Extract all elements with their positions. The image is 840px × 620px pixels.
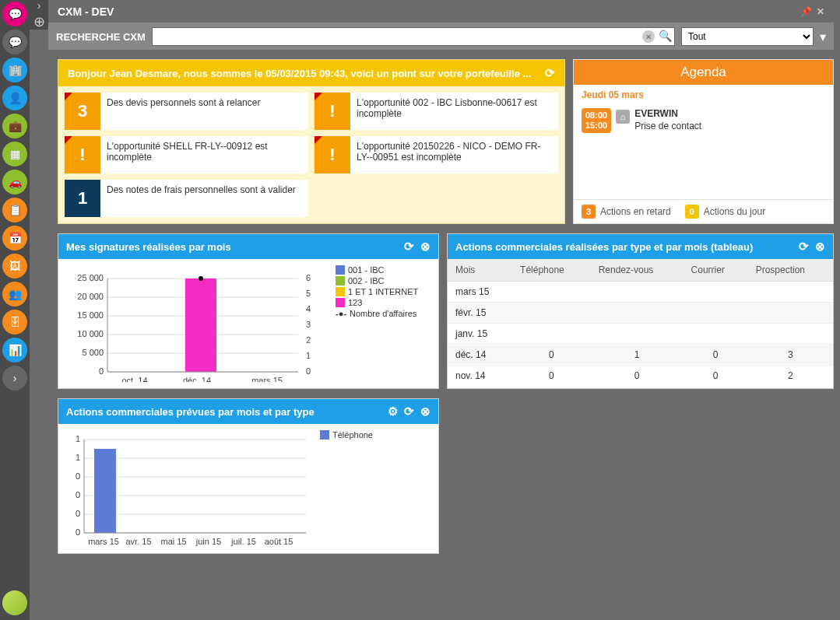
legend-item: -●-Nombre d'affaires bbox=[336, 309, 432, 318]
sidebar-comment-icon[interactable]: 💬 bbox=[2, 30, 27, 54]
refresh-icon[interactable]: ⟳ bbox=[799, 240, 809, 254]
table-header[interactable]: Courrier bbox=[684, 259, 748, 282]
chart-planned-panel: Actions commerciales prévues par mois et… bbox=[58, 398, 439, 554]
chart1-y2: 654 3210 bbox=[306, 265, 329, 382]
filter-icon[interactable]: ▾ bbox=[820, 30, 826, 44]
table-row[interactable]: févr. 15 bbox=[448, 303, 833, 324]
sidebar-more-icon[interactable]: › bbox=[2, 366, 27, 391]
alert-tile[interactable]: 3Des devis personnels sont à relancer bbox=[65, 93, 308, 130]
chart3-title: Actions commerciales prévues par mois et… bbox=[66, 406, 315, 418]
chart1-legend: 001 - IBC002 - IBC1 ET 1 INTERNET123-●-N… bbox=[329, 265, 432, 382]
table-actions-panel: Actions commerciales réalisées par type … bbox=[447, 233, 834, 389]
clear-icon[interactable]: ✕ bbox=[642, 30, 655, 43]
agenda-title: Agenda bbox=[574, 60, 833, 85]
close-icon[interactable]: ⊗ bbox=[420, 405, 431, 419]
search-input-wrap: ✕ 🔍 bbox=[152, 27, 675, 46]
config-icon[interactable]: ⚙ bbox=[388, 405, 398, 419]
close-icon[interactable]: ⊗ bbox=[815, 240, 825, 254]
tile-text: Des notes de frais personnelles sont à v… bbox=[100, 180, 308, 217]
sidebar-chat-icon[interactable]: 💬 bbox=[2, 2, 27, 26]
svg-text:0: 0 bbox=[76, 509, 80, 518]
svg-text:oct. 14: oct. 14 bbox=[121, 376, 147, 382]
table-row[interactable]: janv. 15 bbox=[448, 324, 833, 345]
tile-text: L'opportunité 20150226 - NICO - DEMO FR-… bbox=[350, 136, 558, 173]
svg-text:20 000: 20 000 bbox=[77, 292, 104, 301]
table-row[interactable]: mars 15 bbox=[448, 282, 833, 303]
close-icon[interactable]: ✕ bbox=[817, 6, 824, 17]
chart-signatures-panel: Mes signatures réalisées par mois ⟳ ⊗ 25… bbox=[58, 233, 439, 389]
legend-item: 1 ET 1 INTERNET bbox=[336, 287, 432, 296]
alert-tile[interactable]: !L'opportunité 002 - IBC Lisbonne-00617 … bbox=[315, 93, 558, 130]
svg-text:0: 0 bbox=[76, 471, 80, 481]
svg-text:0: 0 bbox=[306, 366, 311, 376]
add-icon[interactable]: ⊕ bbox=[33, 13, 45, 30]
today-label: Actions du jour bbox=[704, 206, 765, 217]
search-icon[interactable]: 🔍 bbox=[659, 30, 672, 42]
sidebar-calculator-icon[interactable]: ▦ bbox=[2, 142, 27, 166]
svg-text:5: 5 bbox=[306, 289, 311, 298]
late-label: Actions en retard bbox=[600, 206, 671, 217]
agenda-panel: Agenda Jeudi 05 mars 08:0015:00⌂EVERWINP… bbox=[573, 59, 834, 224]
legend-item: 123 bbox=[336, 298, 432, 307]
agenda-body: 08:0015:00⌂EVERWINPrise de contact bbox=[574, 105, 833, 199]
tile-badge: 3 bbox=[65, 93, 100, 130]
table-row[interactable]: nov. 140002 bbox=[448, 366, 833, 387]
pin-icon[interactable]: 📌 bbox=[800, 6, 812, 17]
tiles-wrap: 3Des devis personnels sont à relancer!L'… bbox=[58, 86, 564, 223]
sidebar-car-icon[interactable]: 🚗 bbox=[2, 170, 27, 194]
sidebar-calendar-icon[interactable]: 📅 bbox=[2, 226, 27, 250]
agenda-text: EVERWINPrise de contact bbox=[634, 108, 701, 132]
search-label: RECHERCHE CXM bbox=[56, 31, 146, 43]
svg-text:0: 0 bbox=[76, 527, 80, 537]
svg-text:5 000: 5 000 bbox=[82, 348, 104, 357]
sidebar-user-icon[interactable]: 👤 bbox=[2, 86, 27, 110]
greeting-panel: Bonjour Jean Desmare, nous sommes le 05/… bbox=[58, 59, 565, 224]
search-input[interactable] bbox=[152, 27, 675, 46]
svg-text:1: 1 bbox=[76, 434, 80, 443]
chart3-legend: Téléphone bbox=[314, 430, 432, 547]
refresh-icon[interactable]: ⟳ bbox=[545, 66, 555, 80]
greeting-text: Bonjour Jean Desmare, nous sommes le 05/… bbox=[68, 68, 531, 79]
svg-text:0: 0 bbox=[76, 490, 80, 499]
agenda-item[interactable]: 08:0015:00⌂EVERWINPrise de contact bbox=[582, 108, 825, 133]
dashboard: Bonjour Jean Desmare, nous sommes le 05/… bbox=[48, 50, 834, 620]
search-scope-select[interactable]: Tout bbox=[681, 27, 814, 46]
title-bar: CXM - DEV 📌 ✕ bbox=[48, 0, 834, 23]
sidebar-expand: › ⊕ bbox=[30, 0, 48, 30]
table-row[interactable]: déc. 140103 bbox=[448, 345, 833, 366]
agenda-date: Jeudi 05 mars bbox=[574, 85, 833, 105]
svg-text:juin 15: juin 15 bbox=[195, 537, 221, 546]
legend-item: 002 - IBC bbox=[336, 276, 432, 285]
table-header[interactable]: Téléphone bbox=[512, 259, 591, 282]
table-header[interactable]: Prospection bbox=[748, 259, 833, 282]
svg-text:4: 4 bbox=[306, 304, 311, 314]
alert-tile[interactable]: 1Des notes de frais personnelles sont à … bbox=[65, 180, 308, 217]
sidebar-building-icon[interactable]: 🏢 bbox=[2, 58, 27, 82]
tile-text: L'opportunité 002 - IBC Lisbonne-00617 e… bbox=[350, 93, 558, 130]
alert-tile[interactable]: !L'opportunité 20150226 - NICO - DEMO FR… bbox=[315, 136, 558, 173]
home-icon: ⌂ bbox=[616, 110, 630, 124]
svg-point-13 bbox=[199, 276, 203, 281]
logo-icon bbox=[2, 590, 27, 615]
sidebar-calendar-check-icon[interactable]: 📋 bbox=[2, 198, 27, 222]
legend-item: 001 - IBC bbox=[336, 265, 432, 275]
close-icon[interactable]: ⊗ bbox=[420, 240, 431, 254]
sidebar-image-icon[interactable]: 🖼 bbox=[2, 254, 27, 278]
refresh-icon[interactable]: ⟳ bbox=[404, 405, 414, 419]
sidebar-chart-icon[interactable]: 📊 bbox=[2, 338, 27, 363]
tile-badge: 1 bbox=[65, 180, 100, 217]
expand-icon[interactable]: › bbox=[37, 0, 41, 12]
alert-tile[interactable]: !L'opportunité SHELL FR-LY--00912 est in… bbox=[65, 136, 308, 173]
tile-badge: ! bbox=[315, 136, 350, 173]
table-header[interactable]: Mois bbox=[448, 259, 512, 282]
table-header[interactable]: Rendez-vous bbox=[591, 259, 684, 282]
chart1-svg: 25 00020 00015 00010 0005 0000oct. 14déc… bbox=[65, 265, 306, 382]
refresh-icon[interactable]: ⟳ bbox=[404, 240, 414, 254]
svg-text:1: 1 bbox=[76, 453, 80, 462]
tile-text: Des devis personnels sont à relancer bbox=[100, 93, 308, 130]
svg-text:juil. 15: juil. 15 bbox=[230, 537, 256, 546]
actions-table: MoisTéléphoneRendez-vousCourrierProspect… bbox=[448, 259, 833, 386]
sidebar-briefcase-icon[interactable]: 💼 bbox=[2, 114, 27, 138]
sidebar-users-icon[interactable]: 👥 bbox=[2, 282, 27, 306]
sidebar-archive-icon[interactable]: 🗄 bbox=[2, 310, 27, 335]
